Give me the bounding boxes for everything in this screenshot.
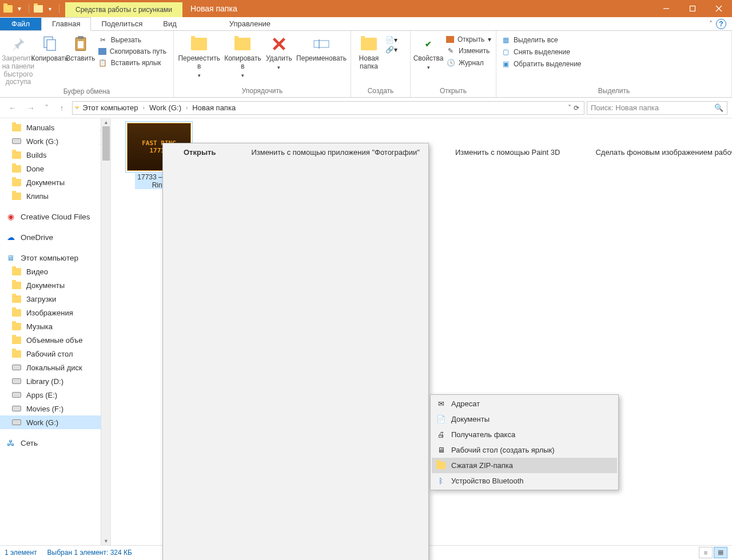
network-item[interactable]: 🖧Сеть [0,436,110,450]
open-button[interactable]: Открыть▾ [445,35,492,44]
easy-access-icon[interactable]: 🔗▾ [385,46,397,54]
recent-locations-button[interactable]: ˅ [41,100,51,116]
cut-button[interactable]: ✂Вырезать [97,35,168,45]
bluetooth-icon: ᛒ [435,475,447,487]
home-tab[interactable]: Главная [41,17,91,31]
tree-item[interactable]: Изображения [0,306,110,319]
tree-item[interactable]: Builds [0,148,110,162]
edit-button[interactable]: ✎Изменить [445,46,492,56]
chevron-down-icon[interactable]: ▾ [45,4,54,13]
tree-item[interactable]: Work (G:) [0,415,110,429]
tree-item[interactable]: Музыка [0,319,110,333]
drive-icon [11,136,22,146]
mail-icon: ✉ [435,398,447,410]
creative-cloud-item[interactable]: ◉Creative Cloud Files [0,210,110,223]
copy-path-button[interactable]: Скопировать путь [97,47,168,56]
folder-open-icon[interactable] [34,4,43,13]
copy-icon [41,35,59,53]
addr-dropdown-icon[interactable]: ˅ [568,104,571,112]
quick-access-toolbar: ▾ ▾ [0,0,65,17]
sendto-bluetooth[interactable]: ᛒУстройство Bluetooth [432,473,617,489]
this-pc-item[interactable]: 🖥Этот компьютер [0,251,110,265]
tree-item[interactable]: Документы [0,175,110,189]
svg-rect-11 [314,41,329,47]
invert-selection-button[interactable]: ▣Обратить выделение [500,59,583,69]
details-view-button[interactable]: ≡ [699,547,713,558]
delete-button[interactable]: Удалить▾ [264,33,295,70]
collapse-ribbon-icon[interactable]: ˄ [709,20,713,28]
move-to-button[interactable]: Переместить в▾ [176,33,222,78]
tree-item[interactable]: Manuals📌 [0,121,110,134]
tree-item[interactable]: Локальный диск [0,361,110,374]
tree-item[interactable]: Movies (F:) [0,402,110,415]
select-none-button[interactable]: ▢Снять выделение [500,47,583,57]
copy-to-button[interactable]: Копировать в▾ [222,33,263,78]
rename-button[interactable]: Переименовать [295,33,348,63]
onedrive-item[interactable]: ☁OneDrive [0,230,110,244]
sendto-zip[interactable]: Сжатая ZIP-папка [432,458,617,473]
pin-quick-access-button[interactable]: Закрепить на панели быстрого доступа [2,33,34,86]
ctx-set-wallpaper[interactable]: Сделать фоновым изображением рабочего ст… [576,145,732,160]
tree-item[interactable]: Work (G:)📌 [0,134,110,148]
clipboard-group-label: Буфер обмена [2,86,171,98]
new-folder-button[interactable]: Новая папка [353,33,384,71]
ctx-edit-photos[interactable]: Изменить с помощью приложения "Фотографи… [232,145,436,160]
properties-button[interactable]: ✔ Свойства▾ [413,33,444,70]
svg-rect-8 [78,41,83,49]
ctx-edit-paint3d[interactable]: Изменить с помощью Paint 3D [436,145,576,160]
manage-tab[interactable]: Управление [219,18,281,30]
refresh-icon[interactable]: ⟳ [574,104,579,112]
img-icon [11,307,22,318]
tree-item[interactable]: Apps (E:) [0,388,110,402]
view-tab[interactable]: Вид [153,18,187,30]
sendto-desktop[interactable]: 🖥Рабочий стол (создать ярлык) [432,442,617,458]
breadcrumb-segment[interactable]: Этот компьютер [79,103,141,112]
tree-item[interactable]: Документы [0,278,110,292]
ctx-open[interactable]: Открыть [164,145,232,160]
breadcrumb-segment[interactable]: Work (G:) [146,103,185,112]
tree-item[interactable]: Done [0,162,110,175]
tree-item[interactable]: Рабочий стол [0,347,110,361]
select-group-label: Выделить [499,86,729,97]
sendto-mail[interactable]: ✉Адресат [432,396,617,411]
qat-customize-icon[interactable]: ▾ [15,4,24,13]
copy-path-icon [98,48,106,55]
window-title: Новая папка [182,0,245,17]
breadcrumb-segment[interactable]: Новая папка [189,103,239,112]
onedrive-icon: ☁ [6,232,16,242]
tree-item[interactable]: Видео [0,265,110,278]
cut-icon: ✂ [98,35,108,45]
up-button[interactable]: ↑ [54,100,70,116]
help-button[interactable]: ? [716,19,726,29]
new-item-icon[interactable]: 📄▾ [385,36,397,44]
titlebar: ▾ ▾ Средства работы с рисунками Новая па… [0,0,732,17]
sendto-documents[interactable]: 📄Документы [432,411,617,427]
search-input[interactable]: Поиск: Новая папка 🔍 [587,101,727,115]
network-icon: 🖧 [6,438,16,448]
tree-item[interactable]: Клипы [0,189,110,203]
copy-button[interactable]: Копировать [34,33,65,63]
thumbnails-view-button[interactable]: ▦ [714,547,727,558]
forward-button[interactable]: → [23,100,39,116]
back-button[interactable]: ← [5,100,21,116]
open-icon [446,36,454,43]
svg-rect-1 [690,6,695,11]
select-all-button[interactable]: ▦Выделить все [500,35,583,45]
tree-item[interactable]: Объемные объе [0,333,110,347]
delete-icon [270,35,288,53]
tree-item[interactable]: Загрузки [0,292,110,306]
history-button[interactable]: 🕓Журнал [445,58,492,68]
sendto-fax[interactable]: 🖨Получатель факса [432,427,617,442]
minimize-button[interactable] [653,0,679,17]
drive-icon [11,376,22,386]
address-bar[interactable]: › Этот компьютер› Work (G:)› Новая папка… [72,101,584,115]
paste-shortcut-button[interactable]: 📋Вставить ярлык [97,58,168,68]
tree-scrollbar[interactable]: ▲▼ [101,118,110,545]
share-tab[interactable]: Поделиться [91,18,153,30]
maximize-button[interactable] [679,0,706,17]
tree-item[interactable]: Library (D:) [0,374,110,388]
paste-button[interactable]: Вставить [65,33,96,63]
file-tab[interactable]: Файл [0,18,41,30]
context-menu: Открыть Изменить с помощью приложения "Ф… [162,143,429,560]
close-button[interactable] [706,0,732,17]
